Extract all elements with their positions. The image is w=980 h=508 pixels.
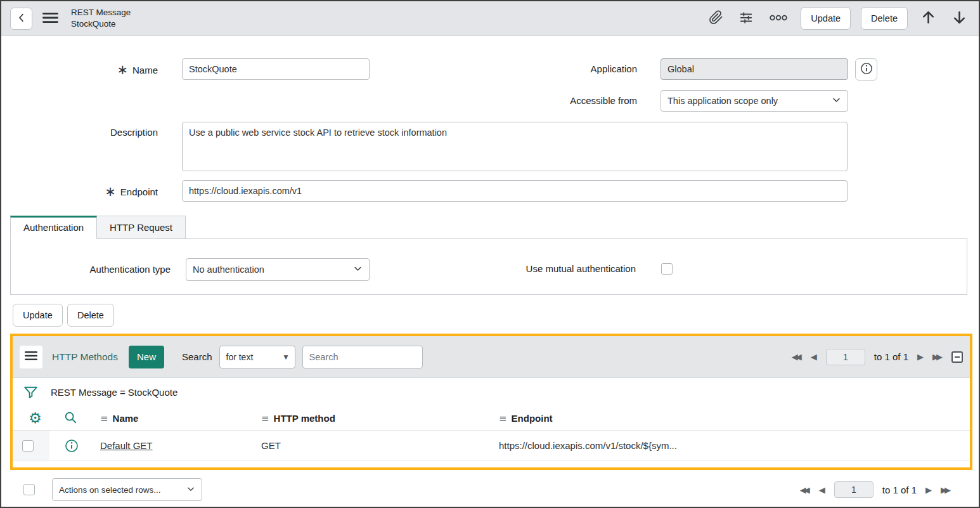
row-checkbox[interactable] [22, 440, 34, 452]
next-page-button[interactable]: ▶ [917, 352, 924, 361]
hamburger-icon [25, 351, 37, 363]
column-header-endpoint[interactable]: ≡ Endpoint [499, 413, 970, 424]
accessible-from-value: This application scope only [667, 96, 778, 106]
list-column-headers: ⚙ ≡ Name ≡ HTTP method ≡ Endpoint [13, 407, 970, 431]
auth-type-value: No authentication [193, 264, 264, 275]
arrow-down-icon [951, 10, 967, 27]
more-options-button[interactable] [766, 11, 790, 26]
previous-page-button[interactable]: ◀ [819, 485, 825, 495]
tab-authentication[interactable]: Authentication [10, 216, 97, 239]
chevron-down-icon [186, 485, 195, 495]
first-page-button[interactable]: ◀◀ [800, 485, 810, 495]
mandatory-asterisk-icon: ∗ [105, 184, 116, 199]
list-actions-select[interactable]: Actions on selected rows... [52, 478, 202, 501]
form-header-bar: REST Message StockQuote Update Delete [1, 1, 979, 36]
first-page-button[interactable]: ◀◀ [792, 352, 802, 361]
authentication-tab-panel: Authentication type No authentication Us… [10, 238, 967, 295]
next-record-button[interactable] [949, 7, 970, 30]
row-select-cell [13, 431, 49, 460]
page-number-input[interactable] [834, 481, 874, 498]
search-field-value: for text [226, 352, 254, 362]
page-number-input[interactable] [826, 349, 865, 365]
description-label: Description [70, 122, 158, 143]
funnel-icon[interactable] [23, 384, 39, 400]
list-search-input[interactable] [302, 346, 423, 368]
application-input[interactable] [661, 58, 848, 80]
new-button[interactable]: New [129, 346, 164, 368]
header-update-button[interactable]: Update [801, 7, 851, 30]
column-header-name[interactable]: ≡ Name [100, 413, 261, 424]
arrow-up-icon [920, 10, 936, 27]
rest-message-form-page: REST Message StockQuote Update Delete [0, 0, 980, 508]
form-context-menu-button[interactable] [40, 9, 61, 29]
page-title-record: StockQuote [71, 18, 131, 30]
column-search-toggle[interactable] [49, 410, 100, 426]
next-page-button[interactable]: ▶ [925, 485, 932, 495]
list-context-menu-button[interactable] [20, 346, 42, 368]
personalize-form-button[interactable] [736, 8, 756, 29]
search-label: Search [182, 351, 212, 362]
page-title: REST Message StockQuote [71, 7, 131, 29]
back-button[interactable] [10, 8, 32, 30]
endpoint-label: ∗Endpoint [70, 180, 158, 202]
row-endpoint-cell: https://cloud.iexapis.com/v1/stock/${sym… [499, 440, 970, 451]
mandatory-asterisk-icon: ∗ [117, 62, 128, 77]
last-page-button[interactable]: ▶▶ [941, 485, 951, 495]
previous-page-button[interactable]: ◀ [811, 352, 817, 361]
column-menu-icon: ≡ [261, 413, 269, 424]
description-textarea[interactable]: Use a public web service stock API to re… [182, 122, 848, 171]
row-range-label: to 1 of 1 [882, 485, 917, 495]
application-info-button[interactable] [855, 58, 877, 81]
last-page-button[interactable]: ▶▶ [932, 352, 943, 361]
auth-type-label: Authentication type [41, 258, 171, 281]
footer-pagination: ◀◀ ◀ to 1 of 1 ▶ ▶▶ [800, 478, 951, 501]
auth-type-select[interactable]: No authentication [186, 258, 370, 281]
list-settings-gear-icon[interactable]: ⚙ [13, 411, 49, 426]
table-row: Default GET GET https://cloud.iexapis.co… [13, 431, 970, 461]
list-filter-row: REST Message = StockQuote [13, 378, 970, 407]
list-actions-value: Actions on selected rows... [59, 485, 161, 495]
row-http-method-cell: GET [261, 440, 499, 451]
header-actions: Update Delete [706, 7, 970, 30]
more-options-icon [769, 14, 788, 23]
record-preview-icon[interactable] [65, 439, 79, 453]
list-title: HTTP Methods [52, 351, 118, 363]
column-menu-icon: ≡ [100, 413, 108, 424]
application-label: Application [523, 58, 637, 80]
mutual-auth-label: Use mutual authentication [515, 257, 636, 280]
name-label: ∗Name [70, 58, 158, 80]
http-methods-related-list: HTTP Methods New Search for text ▼ ◀◀ ◀ … [10, 334, 972, 470]
search-field-select[interactable]: for text ▼ [219, 346, 295, 368]
hamburger-icon [42, 11, 58, 26]
list-header-bar: HTTP Methods New Search for text ▼ ◀◀ ◀ … [13, 336, 970, 378]
list-pagination: ◀◀ ◀ to 1 of 1 ▶ ▶▶ [792, 349, 963, 365]
name-input[interactable] [182, 58, 370, 80]
delete-button[interactable]: Delete [67, 304, 114, 327]
row-name-link[interactable]: Default GET [100, 440, 153, 451]
chevron-down-icon [832, 95, 841, 107]
filter-breadcrumb[interactable]: REST Message = StockQuote [51, 387, 177, 398]
endpoint-input[interactable] [182, 180, 848, 202]
previous-record-button[interactable] [918, 7, 939, 30]
chevron-left-icon [16, 12, 27, 25]
info-icon [860, 62, 873, 77]
search-icon [63, 410, 77, 426]
chevron-down-icon [353, 264, 363, 275]
attachment-button[interactable] [706, 8, 726, 29]
caret-down-icon: ▼ [284, 354, 288, 360]
update-button[interactable]: Update [13, 304, 63, 327]
mutual-auth-checkbox[interactable] [661, 263, 673, 275]
header-delete-button[interactable]: Delete [861, 7, 908, 30]
accessible-from-select[interactable]: This application scope only [661, 90, 848, 112]
row-info-cell [49, 439, 100, 453]
tab-http-request[interactable]: HTTP Request [97, 216, 186, 239]
sliders-icon [738, 11, 754, 27]
collapse-list-icon[interactable] [951, 351, 963, 363]
column-header-http-method[interactable]: ≡ HTTP method [261, 413, 499, 424]
paperclip-icon [709, 10, 723, 27]
column-menu-icon: ≡ [499, 413, 507, 424]
select-all-checkbox[interactable] [23, 484, 35, 495]
page-title-type: REST Message [71, 7, 131, 18]
row-range-label: to 1 of 1 [874, 351, 908, 362]
form-tabs: Authentication HTTP Request [10, 216, 186, 239]
